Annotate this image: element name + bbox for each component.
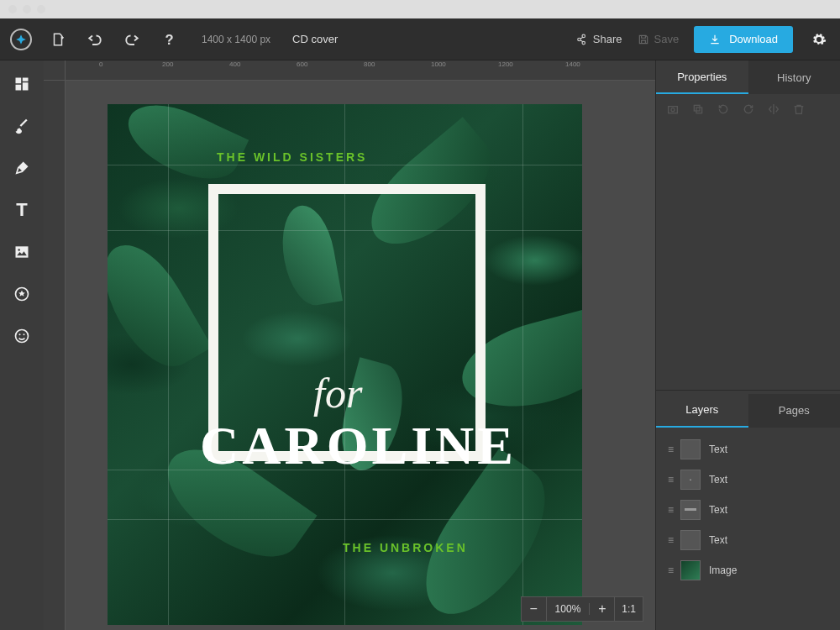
- layer-item[interactable]: ≡ Text: [656, 495, 840, 525]
- canvas-text-bottom[interactable]: THE UNBROKEN: [343, 541, 468, 554]
- prop-camera-icon[interactable]: [666, 102, 680, 116]
- ruler-tick: 0: [99, 60, 102, 68]
- panel-tabs-top: Properties History: [656, 60, 840, 94]
- layer-label: Text: [709, 534, 727, 546]
- settings-button[interactable]: [808, 29, 830, 50]
- prop-copy-icon[interactable]: [691, 102, 705, 116]
- download-icon: [709, 34, 721, 45]
- window-close-icon[interactable]: [8, 5, 17, 13]
- layer-item[interactable]: ≡ Text: [656, 525, 840, 555]
- zoom-value[interactable]: 100%: [547, 603, 591, 615]
- ruler-tick: 200: [162, 60, 173, 68]
- svg-rect-1: [16, 246, 29, 257]
- tab-properties[interactable]: Properties: [656, 60, 748, 94]
- ruler-vertical[interactable]: [44, 81, 66, 630]
- layer-thumb: [680, 439, 701, 459]
- undo-icon: [87, 32, 102, 47]
- tab-pages[interactable]: Pages: [748, 394, 841, 428]
- svg-rect-7: [669, 107, 678, 113]
- shape-tool[interactable]: [10, 282, 34, 306]
- undo-button[interactable]: [84, 29, 106, 50]
- top-toolbar: ? 1400 x 1400 px CD cover Share Save Dow…: [0, 18, 840, 60]
- app-logo[interactable]: [10, 29, 32, 50]
- brush-icon: [13, 118, 30, 134]
- compass-icon: [15, 34, 27, 45]
- tab-history[interactable]: History: [748, 60, 841, 94]
- save-icon: [638, 34, 649, 45]
- redo-button[interactable]: [121, 29, 143, 50]
- prop-delete-icon[interactable]: [792, 102, 806, 116]
- properties-toolbar: [656, 94, 840, 124]
- zoom-ratio-button[interactable]: 1:1: [615, 603, 643, 615]
- smiley-icon: [13, 328, 30, 344]
- prop-rotate-left-icon[interactable]: [717, 102, 730, 116]
- svg-text:?: ?: [165, 32, 174, 47]
- templates-tool[interactable]: [10, 72, 34, 96]
- pen-tool[interactable]: [10, 156, 34, 180]
- layer-label: Text: [709, 504, 727, 516]
- gear-icon: [811, 32, 827, 47]
- brush-tool[interactable]: [10, 114, 34, 138]
- ruler-corner: [44, 60, 66, 81]
- document-title[interactable]: CD cover: [292, 33, 338, 45]
- prop-rotate-right-icon[interactable]: [742, 102, 755, 116]
- layer-item[interactable]: ≡ • Text: [656, 465, 840, 495]
- help-button[interactable]: ?: [158, 29, 180, 50]
- text-icon: T: [16, 199, 27, 221]
- drag-handle-icon[interactable]: ≡: [668, 504, 672, 516]
- ruler-tick: 800: [364, 60, 375, 68]
- drag-handle-icon[interactable]: ≡: [668, 534, 672, 546]
- canvas-text-main[interactable]: CAROLINE: [200, 415, 517, 477]
- new-project-button[interactable]: [47, 29, 69, 50]
- canvas-text-for[interactable]: for: [313, 369, 362, 417]
- save-button[interactable]: Save: [638, 33, 680, 45]
- canvas-artboard[interactable]: THE WILD SISTERS for CAROLINE THE UNBROK…: [108, 104, 582, 625]
- text-tool[interactable]: T: [10, 198, 34, 222]
- zoom-in-button[interactable]: +: [590, 597, 615, 621]
- window-titlebar: [0, 0, 840, 18]
- share-button[interactable]: Share: [576, 33, 622, 45]
- download-button[interactable]: Download: [694, 26, 793, 53]
- templates-icon: [13, 76, 30, 92]
- svg-point-2: [18, 249, 20, 251]
- window-max-icon[interactable]: [37, 5, 45, 13]
- drag-handle-icon[interactable]: ≡: [668, 474, 672, 486]
- window-min-icon[interactable]: [23, 5, 31, 13]
- emoji-tool[interactable]: [10, 324, 34, 348]
- properties-body: [656, 124, 840, 390]
- layer-thumb: •: [680, 470, 701, 490]
- layer-item[interactable]: ≡ Text: [656, 434, 840, 465]
- document-dimensions: 1400 x 1400 px: [202, 34, 270, 45]
- star-circle-icon: [13, 286, 30, 302]
- image-icon: [13, 244, 30, 260]
- layer-thumb: [680, 530, 701, 550]
- layer-label: Text: [709, 444, 727, 455]
- ruler-tick: 600: [297, 60, 307, 68]
- layer-item[interactable]: ≡ Image: [656, 555, 840, 585]
- question-icon: ?: [161, 32, 176, 47]
- pen-icon: [13, 160, 30, 176]
- layer-label: Image: [709, 564, 737, 576]
- drag-handle-icon[interactable]: ≡: [668, 444, 672, 455]
- right-panel: Properties History Layers Pages ≡ Text ≡: [655, 60, 840, 630]
- redo-icon: [124, 32, 139, 47]
- prop-flip-icon[interactable]: [767, 102, 780, 116]
- layers-list: ≡ Text ≡ • Text ≡ Text ≡ Text ≡: [656, 428, 840, 631]
- layer-thumb: [680, 560, 701, 580]
- ruler-horizontal[interactable]: 0 200 400 600 800 1000 1200 1400: [66, 60, 655, 81]
- add-file-icon: [50, 32, 66, 47]
- svg-point-5: [19, 333, 21, 335]
- image-tool[interactable]: [10, 240, 34, 264]
- svg-point-6: [24, 333, 25, 335]
- zoom-out-button[interactable]: −: [522, 597, 547, 621]
- zoom-control: − 100% + 1:1: [521, 596, 643, 622]
- tab-layers[interactable]: Layers: [656, 394, 748, 428]
- panel-tabs-bottom: Layers Pages: [656, 394, 840, 428]
- canvas-viewport[interactable]: THE WILD SISTERS for CAROLINE THE UNBROK…: [66, 81, 655, 630]
- canvas-text-top[interactable]: THE WILD SISTERS: [217, 150, 367, 164]
- download-label: Download: [729, 33, 778, 45]
- layer-label: Text: [709, 474, 727, 486]
- ruler-tick: 1200: [498, 60, 513, 68]
- canvas-workspace: 0 200 400 600 800 1000 1200 1400: [44, 60, 655, 630]
- drag-handle-icon[interactable]: ≡: [668, 564, 672, 576]
